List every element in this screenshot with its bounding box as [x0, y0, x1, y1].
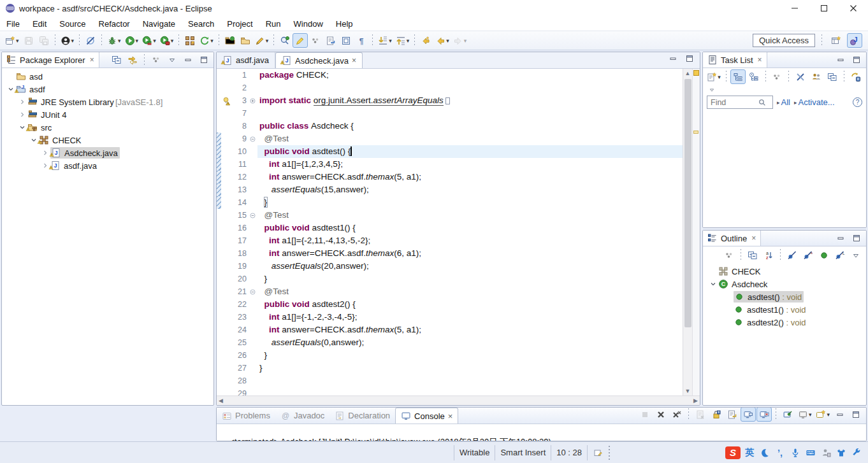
java-perspective-button[interactable]: J [847, 33, 862, 48]
editor-tab-asdcheck-java[interactable]: JAsdcheck.java× [275, 52, 363, 68]
remove-all-terminated-button[interactable] [669, 407, 684, 422]
skin-button[interactable] [835, 446, 848, 459]
tab-problems[interactable]: Problems [217, 408, 275, 424]
minimize-button[interactable] [780, 0, 809, 17]
code-line-25[interactable]: 25 assertEquals(0,answer); [217, 336, 683, 349]
save-all-button[interactable] [36, 33, 52, 48]
focus-button[interactable] [721, 248, 737, 262]
hide-local-types-button[interactable]: L [832, 248, 848, 262]
maximize-view-button[interactable] [682, 52, 697, 66]
code-line-28[interactable]: 28 [217, 374, 683, 387]
group-by-owner-button[interactable] [809, 69, 824, 84]
status-edit-icon[interactable] [588, 442, 608, 463]
open-perspective-button[interactable] [828, 33, 844, 48]
tab-declaration[interactable]: Declaration [329, 408, 395, 424]
chevron-right-icon[interactable] [17, 111, 27, 118]
display-selected-console-button[interactable]: ▾ [796, 407, 814, 422]
minimize-view-button[interactable] [833, 231, 848, 246]
collapse-all-button[interactable] [825, 69, 840, 84]
pin-console-button[interactable] [780, 407, 795, 422]
warning-line-marker[interactable] [693, 131, 698, 134]
code-editor[interactable]: 1package CHECK;23import static org.junit… [217, 69, 683, 395]
close-view-icon[interactable]: × [90, 55, 94, 64]
close-tab-icon[interactable]: × [352, 56, 356, 65]
filter-all-link[interactable]: ▸All [777, 97, 790, 107]
full-half-width-button[interactable] [758, 446, 771, 459]
terminate-button[interactable] [637, 407, 653, 422]
next-annotation-button[interactable] [323, 33, 338, 48]
open-resource-button[interactable] [238, 33, 253, 48]
scroll-right-icon[interactable]: ▶ [693, 396, 698, 405]
code-line-3[interactable]: 3import static org.junit.Assert.assertAr… [217, 94, 683, 107]
close-view-icon[interactable]: × [758, 55, 762, 64]
code-line-12[interactable]: 12 int answer=CHECK.asdf.themax(5, a1); [217, 171, 683, 183]
menu-refactor[interactable]: Refactor [92, 17, 136, 31]
remove-launch-button[interactable] [653, 407, 669, 422]
coverage-button[interactable]: ▾ [140, 33, 158, 48]
minimize-view-button[interactable] [665, 52, 681, 66]
show-console-stderr-button[interactable] [756, 407, 772, 422]
code-line-11[interactable]: 11 int a1[]={1,2,3,4,5}; [217, 158, 683, 171]
open-task-button[interactable] [222, 33, 238, 48]
save-button[interactable] [21, 33, 36, 48]
dropdown-arrow-icon[interactable]: ▾ [210, 38, 213, 44]
maximize-view-button[interactable] [849, 53, 864, 68]
voice-input-button[interactable] [789, 446, 802, 459]
view-menu-button[interactable] [164, 53, 180, 68]
annotations-button[interactable] [308, 33, 323, 48]
dropdown-arrow-icon[interactable]: ▾ [153, 38, 156, 44]
console-output[interactable]: <terminated> Asdcheck [JUnit] D:\java\jd… [217, 424, 866, 441]
menu-navigate[interactable]: Navigate [136, 17, 182, 31]
fold-minus-icon[interactable] [248, 209, 257, 222]
code-line-10[interactable]: 10 public void asdtest() { [217, 145, 683, 158]
open-search-button[interactable] [277, 33, 293, 48]
forward-history-button[interactable]: ▾ [451, 33, 469, 48]
dropdown-arrow-icon[interactable]: ▾ [171, 38, 174, 44]
tree-item-check[interactable]: CHECK [2, 134, 213, 146]
dropdown-arrow-icon[interactable]: ▾ [16, 38, 19, 44]
menu-run[interactable]: Run [259, 17, 287, 31]
menu-help[interactable]: Help [329, 17, 359, 31]
menu-source[interactable]: Source [53, 17, 92, 31]
code-line-13[interactable]: 13 assertEquals(15,answer); [217, 183, 683, 196]
dropdown-arrow-icon[interactable]: ▾ [118, 38, 121, 44]
maximize-view-button[interactable] [848, 407, 864, 422]
warning-summary-marker[interactable] [693, 70, 699, 76]
minimize-view-button[interactable] [180, 53, 196, 68]
build-all-button[interactable]: ▾ [198, 33, 215, 48]
show-source-of-element-button[interactable] [338, 33, 354, 48]
dropdown-arrow-icon[interactable]: ▾ [827, 411, 830, 418]
maximize-view-button[interactable] [849, 231, 864, 246]
code-line-22[interactable]: 22 public void asdtest2() { [217, 298, 683, 311]
dropdown-arrow-icon[interactable]: ▾ [407, 38, 410, 44]
close-view-icon[interactable]: × [448, 411, 453, 421]
view-menu-button[interactable] [848, 248, 864, 262]
hide-non-public-button[interactable] [816, 248, 832, 262]
code-line-20[interactable]: 20 } [217, 273, 683, 285]
dropdown-arrow-icon[interactable]: ▾ [71, 38, 75, 44]
tree-item-junit-4[interactable]: JUnit 4 [2, 108, 213, 121]
chevron-down-icon[interactable] [708, 280, 718, 288]
punctuation-mode-button[interactable]: ’, [774, 446, 786, 459]
code-line-21[interactable]: 21 @Test [217, 285, 683, 298]
external-tools-button[interactable]: ▾ [253, 33, 271, 48]
outline-item-asdtest2-[interactable]: asdtest2() : void [703, 316, 866, 329]
scroll-left-icon[interactable]: ◀ [219, 396, 223, 405]
code-line-1[interactable]: 1package CHECK; [217, 69, 683, 82]
scroll-lock-button[interactable] [709, 407, 724, 422]
open-console-button[interactable]: ▾ [814, 407, 832, 422]
scheduled-button[interactable] [746, 69, 762, 84]
dropdown-arrow-icon[interactable]: ▾ [389, 38, 392, 44]
minimize-view-button[interactable] [832, 407, 848, 422]
account-button[interactable] [820, 446, 832, 459]
code-line-24[interactable]: 24 int answer=CHECK.asdf.themax(5, a1); [217, 324, 683, 336]
show-console-stdout-button[interactable] [741, 407, 756, 422]
tree-item-asdcheck-java[interactable]: JAsdcheck.java [2, 146, 213, 159]
tree-item-asdf-java[interactable]: Jasdf.java [2, 159, 213, 172]
help-icon[interactable]: ? [853, 97, 862, 107]
mark-occurrences-button[interactable] [293, 33, 308, 48]
new-button[interactable]: ▾ [3, 33, 21, 48]
focus-button[interactable] [148, 53, 164, 68]
code-line-17[interactable]: 17 int a1[]={-2,11,-4,13,-5,-2}; [217, 234, 683, 247]
clear-console-button[interactable] [693, 407, 708, 422]
